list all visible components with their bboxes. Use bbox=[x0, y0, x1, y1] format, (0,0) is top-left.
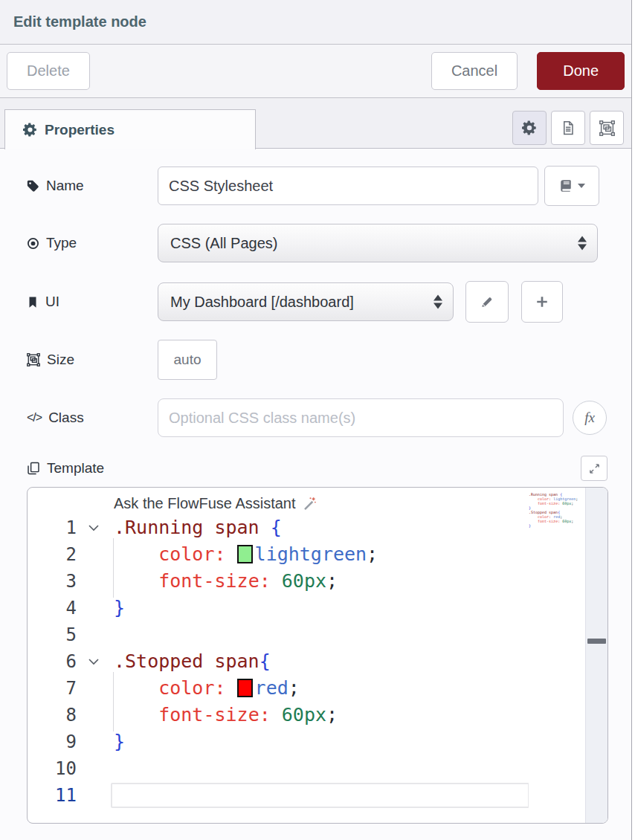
code-text: .Stopped span{ bbox=[111, 648, 271, 675]
plus-icon bbox=[535, 295, 549, 308]
dialog-button-bar: Delete Cancel Done bbox=[0, 45, 631, 98]
object-group-icon bbox=[599, 120, 615, 136]
properties-form: Name Type CSS (All Pages) bbox=[0, 149, 631, 839]
expand-editor-button[interactable] bbox=[581, 456, 607, 481]
line-number: 8 bbox=[28, 702, 77, 728]
code-lines[interactable]: 1.Running span {2 color: lightgreen;3 fo… bbox=[28, 514, 607, 809]
code-line[interactable]: 3 font-size: 60px; bbox=[28, 568, 607, 595]
bookmark-icon bbox=[27, 296, 39, 308]
circle-dot-icon bbox=[27, 237, 39, 250]
name-label: Name bbox=[27, 178, 158, 194]
code-line[interactable]: 2 color: lightgreen; bbox=[28, 541, 607, 568]
dialog-title: Edit template node bbox=[13, 13, 146, 30]
line-number: 2 bbox=[28, 541, 77, 568]
size-row: Size auto bbox=[27, 340, 607, 380]
line-number: 3 bbox=[28, 568, 77, 595]
select-arrows-icon bbox=[433, 295, 442, 309]
assistant-hint[interactable]: Ask the FlowFuse Assistant bbox=[28, 492, 607, 514]
tab-bar: Properties bbox=[0, 98, 631, 149]
document-icon bbox=[561, 120, 576, 135]
code-text: color: lightgreen; bbox=[111, 541, 378, 568]
color-swatch[interactable] bbox=[237, 545, 253, 563]
gear-icon bbox=[522, 120, 537, 135]
add-ui-button[interactable] bbox=[521, 281, 563, 323]
code-line[interactable]: 5 bbox=[28, 621, 607, 648]
template-code-editor[interactable]: Ask the FlowFuse Assistant 1.Running spa… bbox=[27, 487, 608, 824]
fold-chevron-icon[interactable] bbox=[77, 524, 111, 532]
book-icon bbox=[559, 179, 573, 193]
edit-template-dialog: Edit template node Delete Cancel Done Pr… bbox=[0, 0, 632, 840]
chevron-down-icon bbox=[578, 184, 585, 188]
code-line[interactable]: 1.Running span { bbox=[28, 514, 607, 541]
template-label: Template bbox=[27, 460, 158, 476]
tab-properties[interactable]: Properties bbox=[4, 109, 256, 149]
select-arrows-icon bbox=[578, 236, 587, 251]
ui-row: UI My Dashboard [/dashboard] bbox=[27, 281, 607, 323]
line-number: 1 bbox=[28, 514, 77, 541]
code-text: color: red; bbox=[111, 675, 300, 702]
appearance-view-button[interactable] bbox=[590, 111, 624, 145]
description-view-button[interactable] bbox=[551, 111, 585, 145]
class-row: </> Class fx bbox=[27, 398, 607, 437]
current-line-highlight bbox=[111, 783, 529, 808]
pencil-icon bbox=[480, 295, 494, 308]
fx-button[interactable]: fx bbox=[573, 401, 607, 435]
code-line[interactable]: 9} bbox=[28, 728, 607, 755]
code-text: font-size: 60px; bbox=[111, 702, 338, 728]
cancel-button[interactable]: Cancel bbox=[431, 52, 518, 90]
ui-label: UI bbox=[27, 294, 158, 310]
code-icon: </> bbox=[27, 411, 42, 424]
copy-icon bbox=[27, 462, 40, 475]
code-line[interactable]: 10 bbox=[28, 755, 607, 782]
code-text: } bbox=[111, 595, 125, 621]
template-row: Template bbox=[27, 453, 607, 483]
properties-view-button[interactable] bbox=[512, 111, 547, 145]
code-line[interactable]: 6.Stopped span{ bbox=[28, 648, 607, 675]
size-auto-button[interactable]: auto bbox=[158, 340, 217, 380]
line-number: 11 bbox=[28, 782, 77, 809]
code-line[interactable]: 8 font-size: 60px; bbox=[28, 702, 607, 728]
tag-icon bbox=[27, 180, 39, 193]
type-select[interactable]: CSS (All Pages) bbox=[158, 224, 598, 262]
editor-scrollbar[interactable] bbox=[585, 488, 607, 823]
tab-properties-label: Properties bbox=[45, 122, 115, 138]
line-number: 6 bbox=[28, 648, 77, 675]
line-number: 7 bbox=[28, 675, 77, 702]
name-input[interactable] bbox=[158, 167, 538, 205]
name-row: Name bbox=[27, 166, 607, 206]
expand-icon bbox=[589, 463, 600, 474]
fold-chevron-icon[interactable] bbox=[77, 658, 111, 665]
done-button[interactable]: Done bbox=[537, 52, 625, 90]
code-line[interactable]: 7 color: red; bbox=[28, 675, 607, 702]
scrollbar-thumb[interactable] bbox=[587, 639, 606, 644]
delete-button[interactable]: Delete bbox=[7, 52, 90, 90]
ui-select[interactable]: My Dashboard [/dashboard] bbox=[158, 282, 454, 321]
code-text: } bbox=[111, 728, 125, 755]
type-row: Type CSS (All Pages) bbox=[27, 224, 607, 262]
library-button[interactable] bbox=[544, 166, 599, 206]
line-number: 10 bbox=[28, 755, 77, 782]
code-text: font-size: 60px; bbox=[111, 568, 338, 595]
code-text: .Running span { bbox=[111, 514, 282, 541]
code-line[interactable]: 11 bbox=[28, 782, 607, 809]
class-label: </> Class bbox=[27, 410, 158, 426]
type-label: Type bbox=[27, 235, 158, 251]
line-number: 4 bbox=[28, 595, 77, 621]
gear-icon bbox=[23, 123, 37, 137]
code-line[interactable]: 4} bbox=[28, 595, 607, 621]
size-label: Size bbox=[27, 352, 158, 368]
edit-ui-button[interactable] bbox=[465, 281, 509, 323]
class-input[interactable] bbox=[158, 398, 564, 437]
color-swatch[interactable] bbox=[237, 679, 253, 697]
line-number: 9 bbox=[28, 728, 77, 755]
line-number: 5 bbox=[28, 621, 77, 648]
magic-wand-icon bbox=[302, 496, 317, 511]
object-group-icon bbox=[27, 353, 40, 366]
dialog-header: Edit template node bbox=[0, 0, 631, 45]
